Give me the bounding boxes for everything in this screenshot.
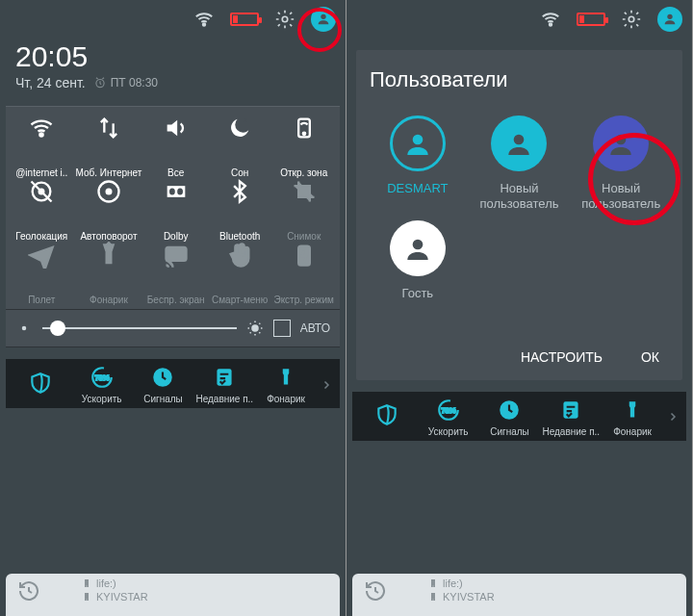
strip-shield[interactable] [358,402,416,431]
qs-tile-rotate[interactable]: Автоповорот [74,178,144,242]
rotate-icon [95,178,122,205]
svg-point-11 [105,189,112,195]
svg-text:z: z [244,116,248,123]
svg-point-29 [514,135,525,145]
qs-tile-hand[interactable]: Смарт-меню [208,242,272,305]
hotspot-icon [291,115,318,141]
strip-clock[interactable]: Сигналы [135,365,192,404]
volume-icon [163,115,190,141]
carrier-list: life:) KYIVSTAR [427,578,495,603]
svg-point-4 [40,133,43,136]
battery-icon [577,13,605,26]
svg-point-18 [252,325,258,331]
svg-point-26 [629,16,634,22]
carrier-card[interactable]: life:) KYIVSTAR [352,574,686,616]
user-item[interactable]: Новый пользователь [573,116,669,211]
qs-tile-plane[interactable]: Полет [10,242,74,305]
qs-tile-battery-bolt[interactable]: Экстр. режим [271,242,336,305]
qs-tile-torch[interactable]: Фонарик [74,242,144,305]
wifi-icon [28,115,55,141]
date-text: Чт, 24 сент. [15,75,86,90]
bluetooth-icon [226,178,253,205]
plane-icon [28,242,55,269]
brightness-row: АВТО [6,310,340,347]
strip-shield[interactable] [12,371,69,399]
dolby-icon [163,178,190,205]
user-avatar-icon [390,116,446,171]
user-item[interactable]: Новый пользователь [472,116,568,211]
users-pane: Пользователи DESMARTНовый пользовательНо… [346,0,693,616]
tool-strip: 78%УскоритьСигналыНедавние п..Фонарик [352,392,686,441]
dialog-title: Пользователи [370,67,669,92]
status-bar [0,0,346,38]
time-text: 20:05 [15,40,330,73]
user-name: Новый пользователь [581,181,660,211]
alarm-info: ПТ 08:30 [93,76,158,90]
brightness-low-icon [15,320,33,337]
svg-point-7 [303,133,305,135]
svg-point-2 [321,14,325,19]
user-switch-avatar[interactable] [311,7,336,32]
user-avatar-icon [491,116,547,171]
strip-note[interactable]: Недавние п.. [542,398,600,437]
user-item[interactable]: Гость [370,220,466,301]
auto-brightness-checkbox[interactable] [273,320,291,337]
history-icon [362,578,389,604]
svg-point-0 [203,23,206,26]
user-name: Гость [402,286,434,301]
svg-point-36 [433,586,434,587]
qs-tile-cast[interactable]: Беспр. экран [143,242,208,305]
wifi-icon [540,9,561,30]
configure-button[interactable]: НАСТРОИТЬ [521,349,603,365]
strip-gauge[interactable]: 78%Ускорить [73,365,131,404]
svg-text:78%: 78% [441,406,455,415]
user-switch-avatar[interactable] [657,7,682,32]
qs-tile-crop[interactable]: Снимок [271,178,336,242]
wifi-icon [193,9,215,30]
qs-tile-dolby[interactable]: Dolby [143,178,208,242]
svg-point-27 [667,14,672,19]
strip-flashlight[interactable]: Фонарик [603,398,661,437]
status-bar [346,0,692,38]
carrier-card[interactable]: life:) KYIVSTAR [6,574,340,616]
user-item[interactable]: DESMART [370,116,466,211]
brightness-high-icon [246,320,264,337]
settings-gear-icon[interactable] [621,9,642,30]
qs-tile-hotspot[interactable]: Откр. зона [271,115,336,178]
hand-icon [226,242,253,269]
strip-clock[interactable]: Сигналы [481,398,539,437]
ok-button[interactable]: ОК [641,349,659,365]
date-row: Чт, 24 сент. ПТ 08:30 [15,75,330,90]
quick-settings-grid: @internet i..Моб. ИнтернетВсеzСонОткр. з… [6,106,340,310]
svg-point-25 [550,23,552,26]
dialog-actions: НАСТРОИТЬ ОК [370,340,669,369]
svg-text:78%: 78% [94,373,109,382]
strip-note[interactable]: Недавние п.. [195,365,253,404]
auto-brightness-label: АВТО [300,321,330,335]
qs-tile-moon[interactable]: zСон [208,115,272,178]
qs-tile-bluetooth[interactable]: Bluetooth [208,178,272,242]
svg-point-37 [433,600,434,601]
battery-bolt-icon [291,242,318,269]
strip-flashlight[interactable]: Фонарик [257,365,315,404]
carrier-list: life:) KYIVSTAR [81,578,148,603]
svg-point-17 [22,326,27,331]
data-icon [95,115,122,141]
settings-gear-icon[interactable] [274,9,295,30]
chevron-right-icon[interactable] [665,409,680,424]
qs-tile-gps-off[interactable]: Геолокация [10,178,74,242]
chevron-right-icon[interactable] [319,377,334,393]
svg-point-24 [87,600,88,601]
svg-point-28 [412,135,423,145]
strip-gauge[interactable]: 78%Ускорить [420,398,477,437]
moon-icon: z [226,115,253,141]
crop-icon [291,178,318,205]
qs-tile-data[interactable]: Моб. Интернет [74,115,144,178]
users-dialog: Пользователи DESMARTНовый пользовательНо… [356,50,682,380]
qs-tile-volume[interactable]: Все [143,115,208,178]
brightness-slider[interactable] [42,327,237,329]
svg-point-1 [282,16,288,22]
user-name: Новый пользователь [479,181,558,211]
qs-tile-wifi[interactable]: @internet i.. [10,115,74,178]
svg-rect-15 [166,247,186,261]
